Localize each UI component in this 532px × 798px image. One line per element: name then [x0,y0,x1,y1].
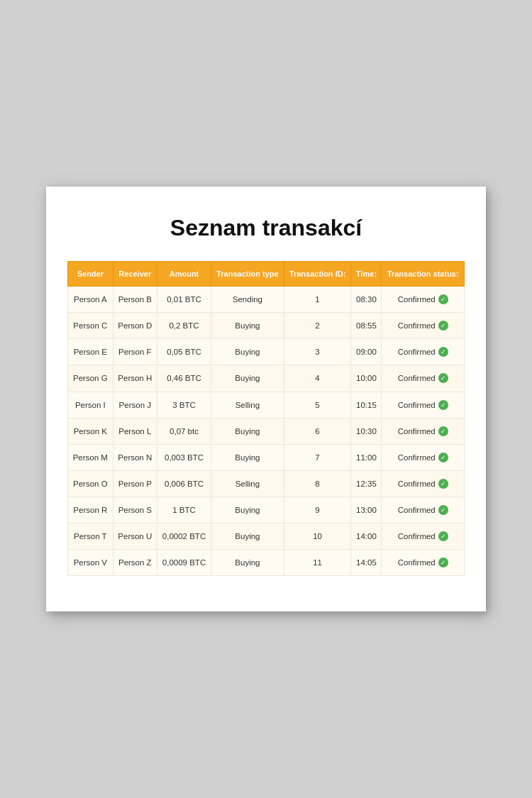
status-text: Confirmed [398,399,436,411]
table-row: Person IPerson J3 BTCSelling510:15Confir… [68,392,465,418]
table-cell: 08:30 [351,287,382,313]
table-cell: 0,006 BTC [157,470,211,497]
table-cell: Person E [68,339,113,365]
table-cell: 11 [284,550,351,576]
table-cell: 08:55 [351,313,382,339]
table-cell: Person V [68,550,113,576]
table-cell: Person B [113,287,157,313]
table-cell: 1 [284,287,351,313]
table-cell: Person M [68,444,113,470]
table-cell: Buying [211,550,284,576]
table-cell: 2 [284,313,351,339]
status-cell: Confirmed✓ [382,339,465,365]
table-row: Person MPerson N0,003 BTCBuying711:00Con… [68,444,465,470]
table-cell: 0,0009 BTC [157,550,211,576]
status-text: Confirmed [398,504,436,516]
status-cell: Confirmed✓ [382,444,465,470]
table-cell: 5 [284,392,351,418]
table-cell: Buying [211,418,284,444]
table-cell: 0,0002 BTC [157,523,211,549]
status-text: Confirmed [398,478,436,489]
table-cell: 10:15 [351,392,382,418]
table-row: Person EPerson F0,05 BTCBuying309:00Conf… [68,339,465,365]
status-badge: Confirmed✓ [386,294,460,305]
table-cell: Person F [113,339,157,365]
table-cell: Person C [68,313,113,339]
status-cell: Confirmed✓ [382,287,465,313]
table-header-cell: Amount [157,261,211,286]
table-cell: 12:35 [351,470,382,497]
table-cell: Person N [113,444,157,470]
status-badge: Confirmed✓ [386,372,460,384]
table-cell: Person S [113,497,157,523]
table-cell: 7 [284,444,351,470]
paper-container: Seznam transakcí SenderReceiverAmountTra… [46,187,486,611]
table-row: Person KPerson L0,07 btcBuying610:30Conf… [68,418,465,444]
status-text: Confirmed [398,531,436,542]
table-cell: 8 [284,470,351,497]
table-cell: Sending [211,287,284,313]
table-cell: Selling [211,470,284,497]
check-icon: ✓ [438,373,448,383]
status-badge: Confirmed✓ [386,531,460,542]
table-cell: 3 BTC [157,392,211,418]
status-cell: Confirmed✓ [382,313,465,339]
check-icon: ✓ [438,531,448,541]
check-icon: ✓ [438,400,448,410]
table-cell: Person P [113,470,157,497]
status-text: Confirmed [398,294,436,305]
table-header-cell: Receiver [113,261,157,286]
table-cell: 0,07 btc [157,418,211,444]
status-badge: Confirmed✓ [386,504,460,516]
table-cell: 9 [284,497,351,523]
check-icon: ✓ [438,505,448,515]
status-text: Confirmed [398,372,436,384]
table-cell: 1 BTC [157,497,211,523]
table-cell: Person K [68,418,113,444]
table-cell: 0,05 BTC [157,339,211,365]
status-cell: Confirmed✓ [382,392,465,418]
status-badge: Confirmed✓ [386,452,460,463]
status-badge: Confirmed✓ [386,557,460,568]
table-header-cell: Transaction type [211,261,284,286]
status-text: Confirmed [398,320,436,331]
check-icon: ✓ [438,558,448,567]
status-badge: Confirmed✓ [386,426,460,437]
table-cell: 13:00 [351,497,382,523]
table-cell: Buying [211,444,284,470]
table-cell: Person Z [113,550,157,576]
table-cell: 0,2 BTC [157,313,211,339]
table-cell: Buying [211,497,284,523]
table-cell: Buying [211,365,284,392]
table-cell: 0,46 BTC [157,365,211,392]
table-cell: 10:30 [351,418,382,444]
table-cell: Person H [113,365,157,392]
status-cell: Confirmed✓ [382,497,465,523]
check-icon: ✓ [438,294,448,304]
table-cell: 14:00 [351,523,382,549]
table-cell: Person A [68,287,113,313]
transactions-table: SenderReceiverAmountTransaction typeTran… [67,261,465,576]
check-icon: ✓ [438,347,448,357]
table-cell: Buying [211,523,284,549]
table-header-cell: Transaction ID: [284,261,351,286]
table-row: Person RPerson S1 BTCBuying913:00Confirm… [68,497,465,523]
check-icon: ✓ [438,479,448,489]
table-cell: Person U [113,523,157,549]
table-header-cell: Sender [68,261,113,286]
table-row: Person GPerson H0,46 BTCBuying410:00Conf… [68,365,465,392]
status-cell: Confirmed✓ [382,550,465,576]
table-cell: 10:00 [351,365,382,392]
check-icon: ✓ [438,453,448,462]
page-title: Seznam transakcí [67,215,465,241]
status-text: Confirmed [398,452,436,463]
table-row: Person CPerson D0,2 BTCBuying208:55Confi… [68,313,465,339]
table-cell: 14:05 [351,550,382,576]
table-cell: 11:00 [351,444,382,470]
table-cell: Selling [211,392,284,418]
status-text: Confirmed [398,557,436,568]
table-header-row: SenderReceiverAmountTransaction typeTran… [68,261,465,286]
table-row: Person APerson B0,01 BTCSending108:30Con… [68,287,465,313]
table-header-cell: Time: [351,261,382,286]
status-text: Confirmed [398,346,436,358]
